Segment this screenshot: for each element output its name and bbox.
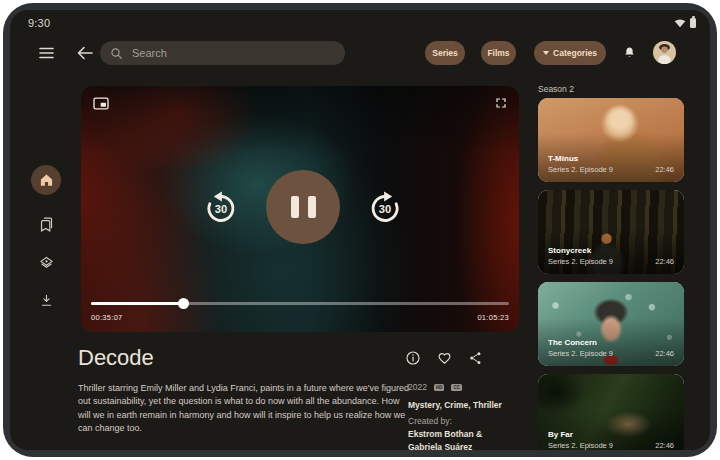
elapsed-time: 00:35:07 <box>91 313 123 322</box>
heart-icon <box>436 350 453 366</box>
episode-card-by-far[interactable]: By Far Series 2. Episode 9 22:46 <box>538 374 684 450</box>
caret-down-icon <box>543 51 549 55</box>
episode-title: The Concern <box>548 338 597 347</box>
episode-subtitle: Series 2. Episode 9 <box>548 165 613 174</box>
info-button[interactable] <box>404 349 422 367</box>
total-time: 01:05:23 <box>477 313 509 322</box>
episode-subtitle: Series 2. Episode 9 <box>548 257 613 266</box>
episode-card-stonycreek[interactable]: Stonycreek Series 2. Episode 9 22:46 <box>538 190 684 274</box>
search-icon <box>110 47 123 60</box>
fullscreen-button[interactable] <box>495 97 507 109</box>
layers-icon <box>38 255 55 272</box>
description-text: Thriller starring Emily Miller and Lydia… <box>78 382 410 436</box>
episode-title: By Far <box>548 430 573 439</box>
home-icon <box>39 173 54 187</box>
episode-duration: 22:46 <box>655 165 674 174</box>
svg-text:30: 30 <box>215 203 227 215</box>
pip-icon <box>93 97 109 110</box>
episode-subtitle: Series 2. Episode 9 <box>548 441 613 450</box>
created-by-label: Created by: <box>408 416 452 426</box>
share-button[interactable] <box>466 349 484 367</box>
fullscreen-icon <box>495 97 507 109</box>
episode-title: Stonycreek <box>548 246 591 255</box>
filter-films-label: Films <box>487 48 509 58</box>
back-button[interactable] <box>76 44 94 62</box>
share-icon <box>468 350 483 366</box>
menu-icon <box>39 47 54 59</box>
pip-button[interactable] <box>93 97 109 110</box>
filter-categories-button[interactable]: Categories <box>534 41 606 65</box>
back-arrow-icon <box>77 46 93 60</box>
info-icon <box>405 350 421 366</box>
pause-icon <box>308 196 316 218</box>
genres-text: Mystery, Crime, Thriller <box>408 400 502 410</box>
creators-line2: Gabriela Suárez <box>408 442 472 450</box>
video-player: 30 30 00:35:07 01:05:23 <box>81 86 519 332</box>
sidebar-item-home[interactable] <box>31 165 61 195</box>
page-title: Decode <box>78 345 154 371</box>
filter-films-button[interactable]: Films <box>481 41 516 65</box>
skip-back-button[interactable]: 30 <box>203 189 239 225</box>
release-year: 2022 <box>408 382 427 392</box>
episode-title: T-Minus <box>548 154 578 163</box>
episode-card-t-minus[interactable]: T-Minus Series 2. Episode 9 22:46 <box>538 98 684 182</box>
bookmarks-icon <box>38 216 55 233</box>
status-time: 9:30 <box>28 17 50 29</box>
pause-icon <box>291 196 299 218</box>
progress-thumb[interactable] <box>178 298 189 309</box>
sidebar-item-downloads[interactable] <box>36 290 56 310</box>
season-header: Season 2 <box>538 84 574 94</box>
filter-series-label: Series <box>432 48 458 58</box>
avatar[interactable] <box>653 41 676 64</box>
creators-line1: Ekstrom Bothan & <box>408 429 482 439</box>
progress-slider[interactable] <box>91 302 509 305</box>
forward-30-icon: 30 <box>367 189 403 225</box>
episode-duration: 22:46 <box>655 441 674 450</box>
episode-duration: 22:46 <box>655 349 674 358</box>
search-input[interactable] <box>130 46 335 60</box>
play-pause-button[interactable] <box>266 170 340 244</box>
svg-text:30: 30 <box>379 203 391 215</box>
bell-icon <box>622 45 637 61</box>
battery-icon <box>690 18 696 28</box>
menu-button[interactable] <box>38 46 54 60</box>
sidebar-item-library[interactable] <box>36 253 56 273</box>
quality-badge: HD <box>434 384 445 391</box>
app-screen: 9:30 Series Films Categories <box>10 10 710 450</box>
meta-year-row: 2022 HD CC <box>408 382 462 392</box>
notifications-button[interactable] <box>619 43 639 63</box>
episode-duration: 22:46 <box>655 257 674 266</box>
search-bar[interactable] <box>100 41 345 65</box>
favorite-button[interactable] <box>435 349 453 367</box>
filter-series-button[interactable]: Series <box>425 41 465 65</box>
progress-played <box>91 302 183 305</box>
skip-forward-button[interactable]: 30 <box>367 189 403 225</box>
status-icons <box>674 18 696 28</box>
episode-card-the-concern[interactable]: The Concern Series 2. Episode 9 22:46 <box>538 282 684 366</box>
episode-subtitle: Series 2. Episode 9 <box>548 349 613 358</box>
wifi-icon <box>674 18 686 28</box>
captions-badge: CC <box>451 384 462 391</box>
sidebar-item-bookmarks[interactable] <box>36 214 56 234</box>
download-icon <box>39 293 54 308</box>
replay-30-icon: 30 <box>203 189 239 225</box>
filter-categories-label: Categories <box>553 48 597 58</box>
